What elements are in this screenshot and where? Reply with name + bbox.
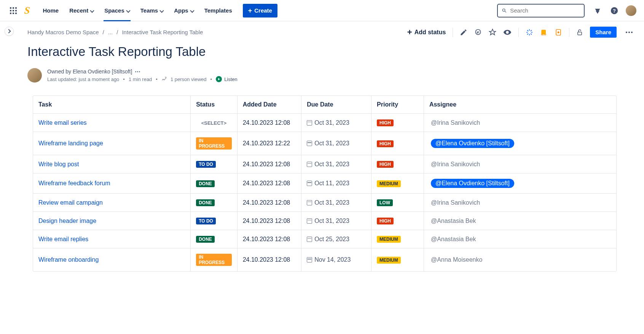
due-date[interactable]: Oct 25, 2023	[307, 236, 366, 243]
assignee-mention[interactable]: @Anastasia Bek	[431, 218, 476, 224]
app-switcher-icon[interactable]	[8, 5, 19, 16]
notifications-icon[interactable]	[592, 5, 603, 16]
added-date: 24.10.2023 12:08	[237, 194, 301, 212]
breadcrumb-current[interactable]: Interactive Task Reporting Table	[122, 29, 203, 35]
task-link[interactable]: Wireframe onboarding	[38, 256, 99, 263]
status-lozenge[interactable]: DONE	[196, 180, 215, 187]
assignee-mention[interactable]: @Irina Sanikovich	[431, 119, 480, 126]
nav-home[interactable]: Home	[38, 0, 63, 21]
due-date[interactable]: Oct 11, 2023	[307, 180, 366, 187]
status-lozenge[interactable]: DONE	[196, 236, 215, 243]
assignee-mention[interactable]: @Anastasia Bek	[431, 236, 476, 242]
owner-line: Owned by Elena Ovdienko [Stiltsoft]	[47, 68, 132, 75]
due-date[interactable]: Oct 31, 2023	[307, 161, 366, 168]
task-link[interactable]: Write blog post	[38, 161, 79, 167]
status-lozenge[interactable]: IN PROGRESS	[196, 137, 232, 150]
table-row: Write email series<SELECT>24.10.2023 12:…	[33, 114, 616, 132]
more-actions-icon[interactable]	[623, 29, 635, 35]
calendar-icon	[307, 181, 312, 186]
due-date[interactable]: Oct 31, 2023	[307, 140, 366, 147]
table-row: Write email repliesDONE24.10.2023 12:08O…	[33, 230, 616, 248]
due-date[interactable]: Oct 31, 2023	[307, 119, 366, 126]
priority-lozenge[interactable]: HIGH	[377, 119, 394, 126]
assignee-mention[interactable]: @Irina Sanikovich	[431, 161, 480, 167]
priority-lozenge[interactable]: MEDIUM	[377, 180, 401, 187]
create-button-label: Create	[254, 7, 272, 14]
due-date[interactable]: Nov 14, 2023	[307, 256, 366, 263]
priority-lozenge[interactable]: HIGH	[377, 161, 394, 168]
priority-lozenge[interactable]: MEDIUM	[377, 257, 401, 264]
nav-apps[interactable]: Apps	[169, 0, 198, 21]
calendar-icon	[307, 120, 312, 126]
logo-icon[interactable]: S	[24, 5, 30, 16]
assignee-mention[interactable]: @Elena Ovdienko [Stiltsoft]	[431, 179, 514, 188]
calendar-icon	[307, 237, 312, 242]
nav-teams[interactable]: Teams	[136, 0, 168, 21]
due-date-label: Oct 31, 2023	[314, 161, 349, 168]
nav-recent[interactable]: Recent	[65, 0, 98, 21]
task-link[interactable]: Wireframe landing page	[38, 140, 103, 146]
added-date: 24.10.2023 12:08	[237, 173, 301, 194]
expand-sidebar-button[interactable]	[5, 27, 14, 36]
due-date-label: Oct 31, 2023	[314, 199, 349, 206]
listen-button[interactable]: Listen	[216, 76, 238, 82]
due-date-label: Oct 25, 2023	[314, 236, 349, 243]
priority-lozenge[interactable]: MEDIUM	[377, 236, 401, 243]
assignee-mention[interactable]: @Elena Ovdienko [Stiltsoft]	[431, 139, 514, 148]
task-link[interactable]: Design header image	[38, 218, 96, 224]
divider	[453, 28, 453, 37]
breadcrumb-ellipsis[interactable]: ...	[108, 29, 113, 35]
status-lozenge[interactable]: TO DO	[196, 161, 216, 168]
task-link[interactable]: Write email replies	[38, 236, 88, 242]
watch-icon[interactable]	[503, 28, 512, 37]
restrictions-icon[interactable]	[576, 29, 583, 36]
star-icon[interactable]	[489, 29, 496, 36]
calendar-icon	[307, 200, 312, 205]
search-icon	[502, 8, 507, 14]
page-content: Interactive Task Reporting Table Owned b…	[0, 38, 644, 287]
nav-spaces-label: Spaces	[104, 7, 124, 14]
edit-icon[interactable]	[460, 29, 467, 36]
breadcrumb-space[interactable]: Handy Macros Demo Space	[27, 29, 99, 35]
priority-lozenge[interactable]: HIGH	[377, 218, 394, 224]
nav-spaces[interactable]: Spaces	[100, 0, 134, 21]
macro-loading-icon[interactable]	[526, 29, 533, 36]
status-select[interactable]: <SELECT>	[201, 120, 226, 126]
help-icon[interactable]: ?	[609, 5, 620, 16]
owner-more-icon[interactable]	[135, 71, 140, 72]
add-status-button[interactable]: + Add status	[407, 28, 446, 37]
breadcrumb-sep: /	[116, 29, 118, 35]
due-date[interactable]: Oct 31, 2023	[307, 199, 366, 206]
plus-icon: +	[248, 7, 252, 14]
owner-avatar[interactable]	[27, 68, 42, 83]
separator-dot: •	[156, 76, 158, 82]
status-lozenge[interactable]: DONE	[196, 199, 215, 206]
search-input[interactable]	[510, 7, 580, 14]
create-button[interactable]: + Create	[243, 4, 277, 17]
due-date[interactable]: Oct 31, 2023	[307, 218, 366, 224]
assignee-mention[interactable]: @Irina Sanikovich	[431, 199, 480, 206]
chevron-down-icon	[126, 9, 130, 13]
status-lozenge[interactable]: IN PROGRESS	[196, 254, 232, 266]
nav-home-label: Home	[43, 7, 59, 14]
macro-page-icon[interactable]	[555, 29, 562, 36]
comment-icon[interactable]	[474, 29, 482, 36]
profile-avatar[interactable]	[626, 5, 636, 16]
assignee-mention[interactable]: @Anna Moiseenko	[431, 256, 482, 263]
page-meta: Owned by Elena Ovdienko [Stiltsoft] Last…	[27, 68, 617, 83]
priority-lozenge[interactable]: LOW	[377, 199, 393, 206]
task-link[interactable]: Review email campaign	[38, 199, 103, 206]
macro-new-icon[interactable]: NEW	[540, 29, 548, 36]
read-time: 1 min read	[129, 76, 152, 82]
task-link[interactable]: Wireframe feedback forum	[38, 180, 110, 186]
due-date-label: Nov 14, 2023	[314, 256, 351, 263]
nav-templates[interactable]: Templates	[200, 0, 237, 21]
table-row: Design header imageTO DO24.10.2023 12:08…	[33, 212, 616, 230]
th-added: Added Date	[237, 96, 301, 114]
task-link[interactable]: Write email series	[38, 119, 87, 126]
priority-lozenge[interactable]: HIGH	[377, 140, 394, 147]
status-lozenge[interactable]: TO DO	[196, 218, 216, 224]
share-button[interactable]: Share	[590, 27, 617, 38]
th-priority: Priority	[371, 96, 424, 114]
search-box[interactable]	[497, 4, 585, 17]
